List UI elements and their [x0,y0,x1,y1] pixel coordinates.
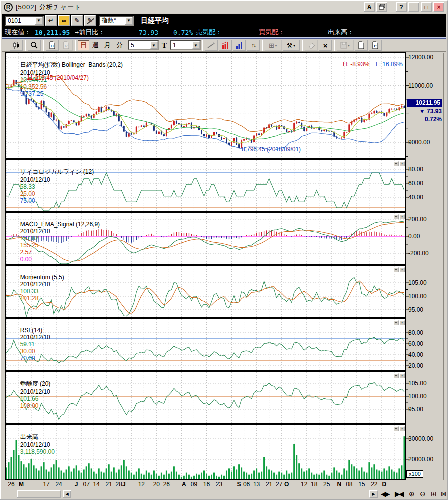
panel-minimize-button[interactable]: − [393,320,399,326]
panel-minimize-button[interactable]: − [393,268,399,272]
chart-canvas[interactable] [1,1,448,500]
left-arrow-icon: ◀ [65,492,68,496]
right-arrow-icon: ▶ [372,492,375,496]
analysis-chart-window: R [5002] 分析チャート A ? _ □ × 0101 ▼ ↵ ∞ ✎ ✎… [0,0,448,500]
tile-windows-button[interactable]: ⊞ [431,490,437,498]
expand-icon: ◀▶ [381,490,389,498]
zoom-out-button[interactable]: ⊖ [420,490,426,498]
chart-region[interactable]: 日経平均(指数) Bollinger_Bands (20,2) 2010/12/… [1,52,448,500]
panel-close-button[interactable]: × [399,162,405,166]
panel-close-button[interactable]: × [399,214,405,220]
zoom-in-button[interactable]: ⊕ [409,490,415,498]
panel-close-button[interactable]: × [399,426,405,432]
close-panel-button[interactable]: ⊠ [441,490,447,498]
expand-bars-button[interactable]: ◀▶ [381,490,389,498]
panel-close-button[interactable]: × [399,374,405,378]
tile-icon: ⊞ [431,490,437,498]
panel-minimize-button[interactable]: − [393,426,399,432]
panel-close-button[interactable]: × [399,320,405,326]
close-box-icon: ⊠ [441,490,447,498]
scroll-right-button[interactable]: ▶ [369,490,378,498]
zoom-in-icon: ⊕ [409,490,415,498]
compress-bars-button[interactable]: ▶◀ [395,490,403,498]
scrollbar-thumb[interactable] [17,490,61,498]
right-scrollbar[interactable] [443,53,448,480]
collapse-icon: ▶◀ [395,490,403,498]
zoom-out-icon: ⊖ [420,490,426,498]
panel-minimize-button[interactable]: − [393,162,399,166]
panel-minimize-button[interactable]: − [393,214,399,220]
scroll-left-button[interactable]: ◀ [63,490,71,498]
panel-minimize-button[interactable]: − [393,374,399,378]
horizontal-scrollbar[interactable]: ◀ ▶ ◀▶ ▶◀ ⊕ ⊖ ⊞ ⊠ [2,489,446,499]
panel-close-button[interactable]: × [399,268,405,272]
